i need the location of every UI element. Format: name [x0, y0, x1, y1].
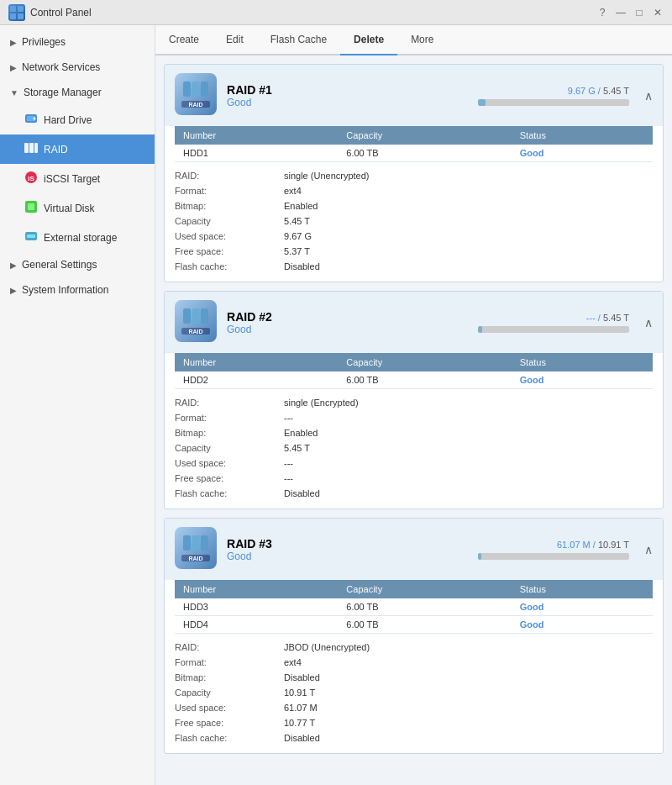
raid-detail-3: Number Capacity Status HDD3 6.00 TB Good…	[165, 580, 663, 753]
sidebar-item-privileges[interactable]: ▶ Privileges	[0, 29, 155, 55]
sidebar-item-virtual-disk[interactable]: Virtual Disk	[0, 193, 155, 223]
raid-icon-3: RAID	[175, 527, 217, 572]
raid-detail-1: Number Capacity Status HDD1 6.00 TB Good…	[165, 126, 663, 282]
chevron-down-icon: ▼	[10, 88, 18, 97]
prop-val: 5.37 T	[284, 245, 653, 258]
prop-key: Free space:	[175, 245, 284, 258]
chevron-right-icon: ▶	[10, 286, 17, 295]
col-number: Number	[175, 580, 338, 598]
sidebar-item-external-storage[interactable]: External storage	[0, 223, 155, 252]
raid-header-1[interactable]: RAID RAID #1 Good 9.67 G / 5.45 T ∧	[165, 65, 663, 126]
help-button[interactable]: ?	[596, 7, 608, 18]
drive-table-1: Number Capacity Status HDD1 6.00 TB Good	[175, 126, 653, 162]
sidebar-item-raid[interactable]: RAID	[0, 134, 155, 164]
close-button[interactable]: ✕	[652, 7, 664, 18]
raid-status-2[interactable]: Good	[227, 324, 251, 335]
sidebar-item-iscsi[interactable]: iS iSCSI Target	[0, 164, 155, 193]
prop-key: Used space:	[175, 229, 284, 243]
prop-val: ext4	[284, 184, 653, 198]
create-button[interactable]: Create	[155, 25, 213, 55]
prop-val: ext4	[284, 656, 653, 669]
prop-key: RAID:	[175, 640, 284, 654]
svg-text:RAID: RAID	[188, 102, 202, 108]
prop-val: 10.91 T	[284, 686, 653, 699]
prop-key: Used space:	[175, 701, 284, 714]
raid-header-2[interactable]: RAID RAID #2 Good --- / 5.45 T ∧	[165, 292, 663, 353]
prop-val: 61.07 M	[284, 701, 653, 714]
drive-capacity: 6.00 TB	[338, 145, 511, 162]
delete-button[interactable]: Delete	[340, 25, 397, 55]
raid-status-3[interactable]: Good	[227, 551, 251, 562]
sidebar-label-storage-manager: Storage Manager	[24, 87, 102, 98]
raid-props-3: RAID:JBOD (Unencrypted)Format:ext4Bitmap…	[175, 640, 653, 745]
sidebar-label-hard-drive: Hard Drive	[44, 114, 92, 126]
svg-rect-29	[183, 535, 191, 551]
svg-rect-3	[18, 13, 24, 19]
svg-rect-15	[27, 234, 35, 238]
sidebar-item-system-info[interactable]: ▶ System Information	[0, 277, 155, 303]
prop-val: ---	[284, 456, 653, 470]
svg-rect-9	[34, 143, 38, 153]
prop-val: Disabled	[284, 487, 653, 500]
raid-header-3[interactable]: RAID RAID #3 Good 61.07 M / 10.91 T ∧	[165, 519, 663, 580]
drive-table-3: Number Capacity Status HDD3 6.00 TB Good…	[175, 580, 653, 634]
sidebar-item-general-settings[interactable]: ▶ General Settings	[0, 252, 155, 277]
prop-val: Enabled	[284, 426, 653, 440]
title-bar: Control Panel ? — □ ✕	[0, 0, 672, 25]
drive-status: Good	[512, 371, 653, 389]
toolbar: Create Edit Flash Cache Delete More	[155, 25, 672, 55]
collapse-btn-2[interactable]: ∧	[644, 316, 653, 329]
svg-rect-8	[29, 143, 34, 153]
sidebar-item-hard-drive[interactable]: Hard Drive	[0, 105, 155, 134]
raid-title-2: RAID #2	[227, 310, 272, 324]
sidebar-label-iscsi: iSCSI Target	[44, 173, 100, 185]
prop-key: Bitmap:	[175, 199, 284, 213]
svg-text:RAID: RAID	[188, 329, 202, 335]
raid-props-2: RAID:single (Encrypted)Format:---Bitmap:…	[175, 396, 653, 500]
sidebar-label-system-info: System Information	[22, 284, 108, 296]
drive-status: Good	[512, 145, 653, 162]
svg-rect-19	[201, 82, 208, 97]
sidebar-label-raid: RAID	[44, 144, 68, 155]
minimize-button[interactable]: —	[615, 7, 627, 18]
raid-detail-2: Number Capacity Status HDD2 6.00 TB Good…	[165, 353, 663, 508]
svg-rect-2	[10, 13, 16, 19]
flash-cache-button[interactable]: Flash Cache	[257, 25, 340, 55]
prop-key: Free space:	[175, 716, 284, 730]
prop-key: Flash cache:	[175, 731, 284, 745]
raid-status-1[interactable]: Good	[227, 97, 251, 108]
sidebar-item-storage-manager[interactable]: ▼ Storage Manager	[0, 80, 155, 105]
drive-capacity: 6.00 TB	[338, 616, 511, 634]
col-capacity: Capacity	[338, 580, 511, 598]
col-number: Number	[175, 126, 338, 145]
collapse-btn-1[interactable]: ∧	[644, 89, 653, 103]
title-bar-left: Control Panel	[8, 4, 92, 21]
prop-val: Enabled	[284, 199, 653, 213]
more-button[interactable]: More	[397, 25, 447, 55]
raid-icon-1: RAID	[175, 73, 217, 118]
col-status: Status	[512, 580, 653, 598]
prop-val: Disabled	[284, 260, 653, 273]
svg-text:RAID: RAID	[188, 556, 202, 561]
maximize-button[interactable]: □	[633, 7, 645, 18]
sidebar-label-virtual-disk: Virtual Disk	[44, 203, 94, 214]
prop-key: RAID:	[175, 396, 284, 409]
collapse-btn-3[interactable]: ∧	[644, 543, 653, 556]
prop-key: Capacity	[175, 441, 284, 455]
col-capacity: Capacity	[338, 126, 511, 145]
prop-key: Bitmap:	[175, 426, 284, 440]
prop-val: JBOD (Unencrypted)	[284, 640, 653, 654]
raid-icon-2: RAID	[175, 300, 217, 345]
drive-table-2: Number Capacity Status HDD2 6.00 TB Good	[175, 353, 653, 389]
raid-title-1: RAID #1	[227, 83, 272, 97]
drive-number: HDD1	[175, 145, 338, 162]
prop-key: RAID:	[175, 169, 284, 182]
svg-rect-30	[192, 535, 200, 551]
edit-button[interactable]: Edit	[213, 25, 257, 55]
svg-rect-23	[183, 308, 191, 324]
app-icon	[8, 4, 25, 21]
raid-title-3: RAID #3	[227, 537, 272, 551]
svg-rect-31	[201, 535, 208, 551]
prop-val: 5.45 T	[284, 214, 653, 228]
sidebar-item-network-services[interactable]: ▶ Network Services	[0, 55, 155, 80]
